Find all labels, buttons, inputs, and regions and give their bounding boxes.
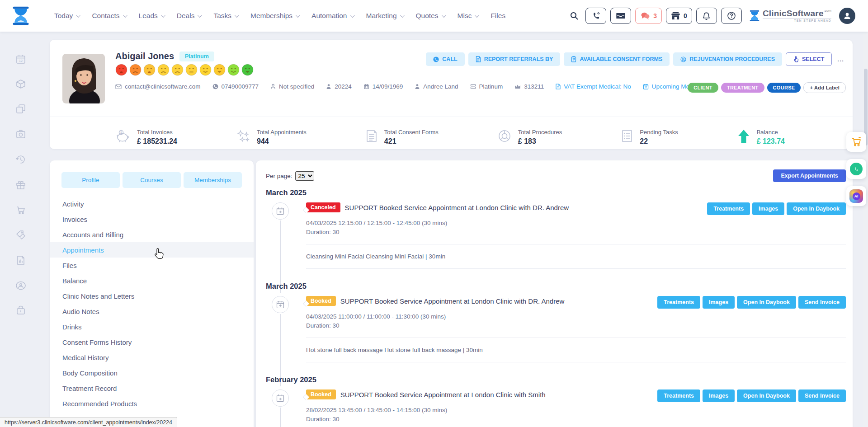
sidebar-item-audio-notes[interactable]: Audio Notes <box>50 304 254 319</box>
nav-item-marketing[interactable]: Marketing <box>366 12 403 20</box>
sidebar-item-accounts-and-billing[interactable]: Accounts and Billing <box>50 227 254 242</box>
nav-item-automation[interactable]: Automation <box>311 12 353 20</box>
treatments-button[interactable]: Treatments <box>657 389 700 402</box>
store-button[interactable]: 0 <box>666 8 692 24</box>
calendar-rail-icon[interactable]: 12 <box>15 54 26 65</box>
appointment-title: SUPPORT Booked Service Appointment at Lo… <box>340 391 546 399</box>
images-button[interactable]: Images <box>703 389 735 402</box>
chevron-down-icon <box>235 13 239 18</box>
sidebar-item-files[interactable]: Files <box>50 258 254 273</box>
report-rail-icon[interactable] <box>15 255 26 266</box>
label-pill-client[interactable]: CLIENT <box>688 83 718 93</box>
support-rail-icon[interactable] <box>15 280 26 291</box>
tags-rail-icon[interactable] <box>15 230 26 240</box>
mood-face[interactable] <box>227 64 240 76</box>
images-button[interactable]: Images <box>703 296 735 309</box>
appointment-buttons: TreatmentsImagesOpen In Daybook <box>707 202 846 215</box>
floating-whatsapp-button[interactable] <box>846 159 866 179</box>
mood-face[interactable] <box>115 64 127 76</box>
gender-chip: Not specified <box>270 83 314 90</box>
sidebar-tabs: Profile Courses Memberships <box>61 172 242 188</box>
notifications-button[interactable] <box>696 8 717 24</box>
help-button[interactable] <box>721 8 742 24</box>
mood-face[interactable] <box>185 64 198 76</box>
report-referrals-button[interactable]: REPORT REFERRALS BY <box>468 52 561 66</box>
sidebar-item-clinic-notes-and-letters[interactable]: Clinic Notes and Letters <box>50 288 254 304</box>
floating-ai-button[interactable]: AI <box>846 186 866 206</box>
camera-rail-icon[interactable] <box>15 129 26 140</box>
phone-button[interactable] <box>585 8 606 24</box>
sidebar-item-body-composition[interactable]: Body Composition <box>50 365 254 380</box>
nav-item-tasks[interactable]: Tasks <box>213 12 238 20</box>
open-in-daybook-button[interactable]: Open In Daybook <box>787 202 846 215</box>
scrollbar-track[interactable] <box>863 32 868 427</box>
nav-item-files[interactable]: Files <box>491 12 505 20</box>
nav-item-memberships[interactable]: Memberships <box>250 12 299 20</box>
send-invoice-button[interactable]: Send Invoice <box>798 296 846 309</box>
appointment-duration: Duration: 30 <box>306 416 846 422</box>
select-button[interactable]: SELECT <box>786 52 832 66</box>
vat-exempt-link[interactable]: VAT Exempt Medical: No <box>556 83 631 90</box>
inbox-button[interactable] <box>610 8 631 24</box>
store-icon <box>671 12 680 20</box>
treatments-button[interactable]: Treatments <box>707 202 750 215</box>
copy-rail-icon[interactable] <box>15 103 26 114</box>
package-rail-icon[interactable] <box>15 79 26 89</box>
search-icon[interactable] <box>570 11 579 20</box>
label-pill-course[interactable]: COURSE <box>767 83 801 93</box>
gift-rail-icon[interactable] <box>15 179 26 190</box>
per-page-select[interactable]: 25 <box>295 171 314 181</box>
rejuvenation-button[interactable]: REJUVENATION PROCEDURES <box>673 52 782 66</box>
nav-item-deals[interactable]: Deals <box>177 12 201 20</box>
stat-value: 421 <box>384 137 439 145</box>
user-avatar[interactable] <box>839 8 855 24</box>
sidebar-item-consent-forms-history[interactable]: Consent Forms History <box>50 334 254 350</box>
sidebar-item-invoices[interactable]: Invoices <box>50 211 254 227</box>
app-logo[interactable] <box>0 5 42 26</box>
call-button[interactable]: CALL <box>426 52 464 66</box>
nav-item-misc[interactable]: Misc <box>458 12 478 20</box>
mood-face[interactable] <box>157 64 170 76</box>
consent-forms-button[interactable]: AVAILABLE CONSENT FORMS <box>564 52 670 66</box>
sidebar-item-treatment-record[interactable]: Treatment Record <box>50 380 254 396</box>
tab-profile[interactable]: Profile <box>61 172 120 188</box>
stat-total-consent-forms: Total Consent Forms 421 <box>365 129 439 145</box>
add-label-button[interactable]: + Add Label <box>803 82 846 93</box>
send-invoice-button[interactable]: Send Invoice <box>798 389 846 402</box>
chevron-down-icon <box>76 13 80 18</box>
timeline-column <box>266 202 306 277</box>
treatments-button[interactable]: Treatments <box>657 296 700 309</box>
history-rail-icon[interactable] <box>15 154 26 165</box>
document-icon <box>365 129 378 143</box>
sidebar-item-medical-history[interactable]: Medical History <box>50 350 254 365</box>
images-button[interactable]: Images <box>752 202 784 215</box>
open-in-daybook-button[interactable]: Open In Daybook <box>737 296 796 309</box>
lock-rail-icon[interactable] <box>15 305 26 315</box>
client-header-card: Abigail Jones Platinum CALL REPORT REFER… <box>50 40 853 149</box>
export-appointments-button[interactable]: Export Appointments <box>773 169 846 182</box>
nav-item-leads[interactable]: Leads <box>139 12 164 20</box>
sidebar-item-balance[interactable]: Balance <box>50 273 254 288</box>
cart-rail-icon[interactable] <box>15 205 26 216</box>
sidebar-item-recommended-products[interactable]: Recommended Products <box>50 396 254 411</box>
sidebar-item-appointments[interactable]: Appointments <box>50 242 254 258</box>
more-actions-button[interactable]: ... <box>835 56 846 63</box>
mood-face[interactable] <box>143 64 156 76</box>
mood-face[interactable] <box>129 64 142 76</box>
open-in-daybook-button[interactable]: Open In Daybook <box>737 389 796 402</box>
chat-button[interactable]: 3 <box>635 8 662 24</box>
tab-memberships[interactable]: Memberships <box>184 172 242 188</box>
mood-face[interactable] <box>213 64 226 76</box>
floating-cart-button[interactable] <box>846 132 866 152</box>
label-pill-treatment[interactable]: TREATMENT <box>721 83 764 93</box>
nav-item-contacts[interactable]: Contacts <box>92 12 126 20</box>
tab-courses[interactable]: Courses <box>123 172 181 188</box>
nav-item-quotes[interactable]: Quotes <box>416 12 445 20</box>
mood-face[interactable] <box>171 64 184 76</box>
mood-face[interactable] <box>241 64 254 76</box>
nav-item-today[interactable]: Today <box>54 12 79 20</box>
sidebar-item-activity[interactable]: Activity <box>50 196 254 211</box>
loyalty-value: 313211 <box>524 83 544 90</box>
sidebar-item-drinks[interactable]: Drinks <box>50 319 254 334</box>
mood-face[interactable] <box>199 64 212 76</box>
